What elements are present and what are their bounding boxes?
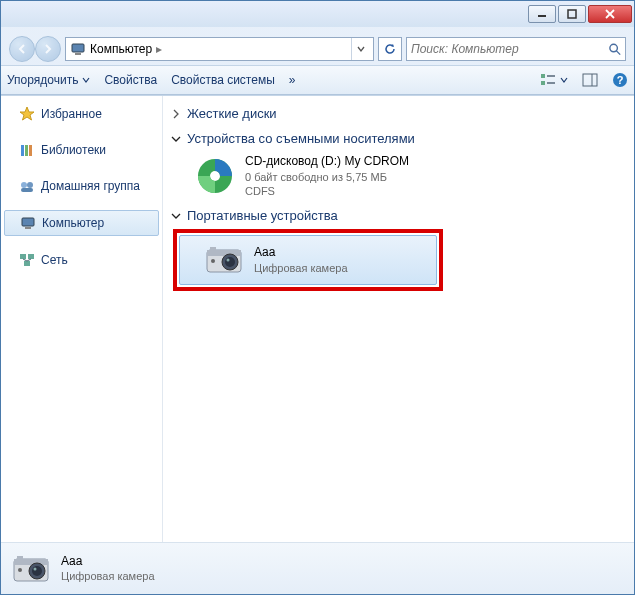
address-dropdown[interactable] — [351, 38, 369, 60]
search-icon — [608, 42, 621, 56]
camera-icon — [204, 240, 244, 280]
svg-point-41 — [32, 566, 42, 576]
group-removable[interactable]: Устройства со съемными носителями — [171, 125, 626, 150]
svg-rect-8 — [541, 74, 545, 78]
svg-rect-18 — [29, 145, 32, 156]
svg-rect-9 — [541, 81, 545, 85]
sidebar-label: Домашняя группа — [41, 179, 140, 193]
svg-line-27 — [23, 259, 27, 261]
breadcrumb-separator-icon: ▸ — [156, 42, 162, 56]
sidebar-label: Сеть — [41, 253, 68, 267]
group-label: Устройства со съемными носителями — [187, 131, 415, 146]
svg-point-35 — [227, 259, 230, 262]
computer-icon — [20, 215, 36, 231]
sidebar-label: Библиотеки — [41, 143, 106, 157]
annotation-highlight: Aaa Цифровая камера — [173, 229, 443, 291]
homegroup-icon — [19, 178, 35, 194]
explorer-window: Компьютер ▸ Упорядочить Свойства Свойств… — [0, 0, 635, 595]
address-segment[interactable]: Компьютер — [90, 42, 152, 56]
computer-icon — [70, 41, 86, 57]
device-type: Цифровая камера — [254, 261, 348, 275]
toolbar: Упорядочить Свойства Свойства системы » … — [1, 65, 634, 95]
help-button[interactable]: ? — [612, 72, 628, 88]
drive-item-camera[interactable]: Aaa Цифровая камера — [179, 235, 437, 285]
forward-button[interactable] — [35, 36, 61, 62]
sidebar-label: Избранное — [41, 107, 102, 121]
address-bar[interactable]: Компьютер ▸ — [65, 37, 374, 61]
content-pane: Жесткие диски Устройства со съемными нос… — [163, 96, 634, 542]
svg-rect-25 — [28, 254, 34, 259]
titlebar — [1, 1, 634, 27]
svg-rect-26 — [24, 261, 30, 266]
svg-rect-22 — [22, 218, 34, 226]
main-area: Избранное Библиотеки Домашняя группа Ком… — [1, 95, 634, 542]
svg-rect-17 — [25, 145, 28, 156]
maximize-button[interactable] — [558, 5, 586, 23]
svg-rect-23 — [25, 227, 31, 229]
sidebar-item-computer[interactable]: Компьютер — [4, 210, 159, 236]
svg-point-34 — [225, 257, 235, 267]
group-label: Портативные устройства — [187, 208, 338, 223]
svg-rect-16 — [21, 145, 24, 156]
drive-item-cd[interactable]: CD-дисковод (D:) My CDROM 0 байт свободн… — [171, 150, 626, 202]
system-properties-button[interactable]: Свойства системы — [171, 73, 275, 87]
group-label: Жесткие диски — [187, 106, 277, 121]
svg-rect-21 — [21, 188, 33, 192]
svg-line-7 — [616, 51, 620, 55]
svg-rect-24 — [20, 254, 26, 259]
svg-line-28 — [27, 259, 31, 261]
camera-icon — [11, 549, 51, 589]
svg-rect-5 — [75, 53, 81, 55]
svg-rect-39 — [14, 559, 48, 565]
back-button[interactable] — [9, 36, 35, 62]
svg-point-30 — [210, 171, 220, 181]
sidebar-item-favorites[interactable]: Избранное — [1, 102, 162, 126]
svg-point-20 — [27, 182, 33, 188]
svg-rect-4 — [72, 44, 84, 52]
network-icon — [19, 252, 35, 268]
organize-menu[interactable]: Упорядочить — [7, 73, 90, 87]
toolbar-overflow[interactable]: » — [289, 73, 296, 87]
group-portable[interactable]: Портативные устройства — [171, 202, 626, 227]
details-subtitle: Цифровая камера — [61, 569, 155, 583]
svg-text:?: ? — [617, 74, 624, 86]
navbar: Компьютер ▸ — [7, 33, 628, 65]
group-hard-drives[interactable]: Жесткие диски — [171, 100, 626, 125]
nav-pane: Избранное Библиотеки Домашняя группа Ком… — [1, 96, 163, 542]
chevron-right-icon — [171, 109, 181, 119]
sidebar-label: Компьютер — [42, 216, 104, 230]
details-title: Aaa — [61, 554, 155, 570]
sidebar-item-network[interactable]: Сеть — [1, 248, 162, 272]
svg-rect-43 — [17, 556, 23, 559]
chevron-down-icon — [171, 134, 181, 144]
cd-drive-icon — [195, 156, 235, 196]
refresh-button[interactable] — [378, 37, 402, 61]
drive-filesystem: CDFS — [245, 184, 409, 198]
svg-point-6 — [610, 44, 618, 52]
svg-rect-36 — [210, 247, 216, 250]
svg-rect-32 — [207, 250, 241, 256]
svg-point-44 — [18, 568, 22, 572]
drive-free-space: 0 байт свободно из 5,75 МБ — [245, 170, 409, 184]
svg-rect-12 — [583, 74, 597, 86]
view-options-button[interactable] — [540, 72, 568, 88]
svg-rect-1 — [568, 10, 576, 18]
properties-button[interactable]: Свойства — [104, 73, 157, 87]
preview-pane-button[interactable] — [582, 72, 598, 88]
libraries-icon — [19, 142, 35, 158]
search-input[interactable] — [411, 42, 608, 56]
details-pane: Aaa Цифровая камера — [1, 542, 634, 594]
svg-point-19 — [21, 182, 27, 188]
close-button[interactable] — [588, 5, 632, 23]
svg-point-37 — [211, 259, 215, 263]
star-icon — [19, 106, 35, 122]
device-title: Aaa — [254, 245, 348, 261]
minimize-button[interactable] — [528, 5, 556, 23]
search-box[interactable] — [406, 37, 626, 61]
chevron-down-icon — [171, 211, 181, 221]
drive-title: CD-дисковод (D:) My CDROM — [245, 154, 409, 170]
sidebar-item-libraries[interactable]: Библиотеки — [1, 138, 162, 162]
svg-point-42 — [34, 567, 37, 570]
sidebar-item-homegroup[interactable]: Домашняя группа — [1, 174, 162, 198]
